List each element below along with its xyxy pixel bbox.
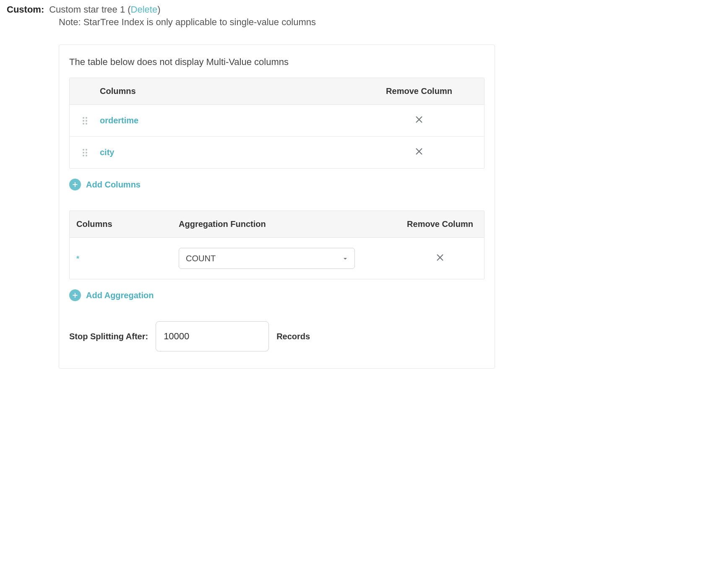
agg-header-function: Aggregation Function xyxy=(179,219,396,229)
remove-aggregation-button[interactable] xyxy=(435,253,445,262)
columns-table-header: Columns Remove Column xyxy=(70,78,484,105)
columns-header-remove: Remove Column xyxy=(354,86,484,96)
remove-column-button[interactable] xyxy=(414,147,424,156)
column-name-link[interactable]: city xyxy=(100,148,114,157)
column-name-link[interactable]: ordertime xyxy=(100,116,138,125)
delete-link[interactable]: Delete xyxy=(131,4,158,15)
add-columns-row: Add Columns xyxy=(69,179,485,190)
title-suffix: ) xyxy=(157,4,160,15)
agg-header-remove: Remove Column xyxy=(396,219,484,229)
table-row: city xyxy=(70,137,484,168)
plus-icon xyxy=(72,292,78,299)
close-icon xyxy=(414,147,424,156)
close-icon xyxy=(414,115,424,124)
remove-column-button[interactable] xyxy=(414,115,424,124)
columns-table: Columns Remove Column ordertime xyxy=(69,78,485,169)
plus-icon xyxy=(72,181,78,188)
add-aggregation-row: Add Aggregation xyxy=(69,289,485,301)
stop-splitting-row: Stop Splitting After: Records xyxy=(69,321,485,351)
aggregation-function-select[interactable]: COUNT xyxy=(179,248,355,269)
add-aggregation-button[interactable] xyxy=(69,289,81,301)
table-row: ordertime xyxy=(70,105,484,137)
agg-column-name: * xyxy=(76,255,79,263)
close-icon xyxy=(435,253,445,262)
note-text: Note: StarTree Index is only applicable … xyxy=(59,17,712,28)
aggregation-table-header: Columns Aggregation Function Remove Colu… xyxy=(70,211,484,238)
config-title: Custom star tree 1 (Delete) xyxy=(49,4,160,15)
agg-header-columns: Columns xyxy=(70,219,179,229)
add-columns-label[interactable]: Add Columns xyxy=(86,180,141,190)
drag-handle-icon[interactable] xyxy=(83,149,87,156)
columns-header-columns: Columns xyxy=(100,86,354,96)
config-panel: The table below does not display Multi-V… xyxy=(59,44,495,369)
stop-splitting-label: Stop Splitting After: xyxy=(69,332,148,341)
aggregation-function-value: COUNT xyxy=(186,254,216,263)
add-columns-button[interactable] xyxy=(69,179,81,190)
records-label: Records xyxy=(276,332,310,341)
aggregation-table: Columns Aggregation Function Remove Colu… xyxy=(69,211,485,279)
drag-handle-icon[interactable] xyxy=(83,117,87,125)
title-prefix: Custom star tree 1 ( xyxy=(49,4,130,15)
panel-description: The table below does not display Multi-V… xyxy=(69,57,485,68)
add-aggregation-label[interactable]: Add Aggregation xyxy=(86,291,154,300)
chevron-down-icon xyxy=(343,254,348,263)
stop-splitting-input[interactable] xyxy=(156,321,269,351)
table-row: * COUNT xyxy=(70,238,484,279)
custom-label: Custom: xyxy=(7,4,44,15)
